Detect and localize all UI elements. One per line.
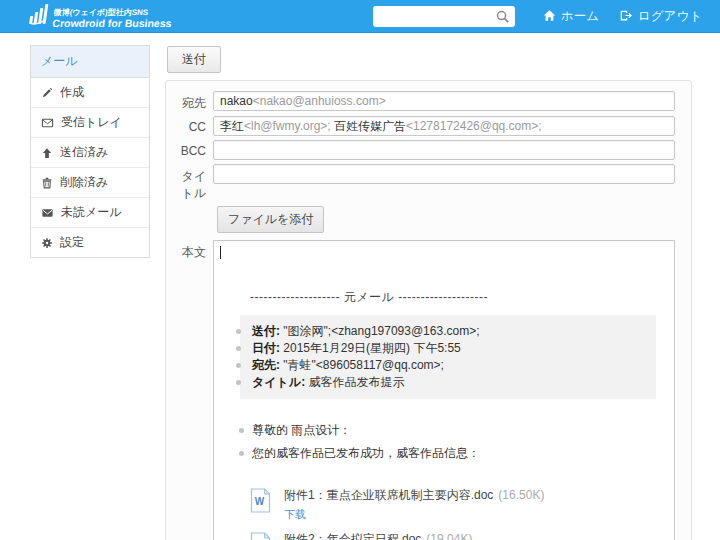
app-logo[interactable]: 微博(ウェイボ)型社内SNS Crowdroid for Business — [28, 3, 172, 29]
search-box — [373, 6, 515, 27]
quoted-header-line: 送付: "图涂网";<zhang197093@163.com>; — [252, 323, 644, 340]
recipient-name: nakao — [220, 94, 253, 108]
logout-icon — [619, 9, 633, 25]
recipient-name: 百姓传媒广告 — [334, 119, 406, 133]
to-row: 宛先 nakao<nakao@anhuioss.com> — [170, 91, 675, 112]
sidebar-item-label: 受信トレイ — [61, 114, 122, 131]
text-caret — [220, 246, 221, 259]
quoted-header-line: タイトル: 威客作品发布提示 — [252, 374, 644, 391]
quoted-field-label: 宛先: — [252, 358, 280, 372]
top-nav: ホーム ログアウト — [543, 0, 702, 33]
quoted-field-value: 威客作品发布提示 — [305, 375, 404, 389]
sidebar-item-sent[interactable]: 送信済み — [31, 138, 149, 168]
bcc-label: BCC — [170, 140, 206, 160]
quoted-field-label: 送付: — [252, 324, 280, 338]
sidebar-item-label: 作成 — [60, 84, 84, 101]
arrow-up-icon — [41, 147, 53, 159]
pencil-icon — [41, 87, 53, 99]
sidebar-item-trash[interactable]: 削除済み — [31, 168, 149, 198]
logo-bars-icon — [28, 3, 50, 29]
sidebar-item-label: 送信済み — [60, 144, 108, 161]
nav-home-link[interactable]: ホーム — [543, 8, 599, 25]
attachment-size: (19.04K) — [426, 532, 472, 540]
recipient-address: <nakao@anhuioss.com> — [253, 94, 386, 108]
svg-text:W: W — [255, 496, 265, 507]
attach-row: ファイルを添付 — [217, 206, 675, 233]
quoted-header-line: 日付: 2015年1月29日(星期四) 下午5:55 — [252, 340, 644, 357]
compose-form: 宛先 nakao<nakao@anhuioss.com> CC 李红<lh@fw… — [165, 80, 692, 540]
nav-logout-link[interactable]: ログアウト — [619, 8, 702, 25]
recipient-name: 李红 — [220, 119, 244, 133]
greeting-line: 尊敬的 雨点设计： — [252, 422, 656, 439]
quoted-field-value: "图涂网";<zhang197093@163.com>; — [280, 324, 479, 338]
quoted-header-line: 宛先: "青蛙"<896058117@qq.com>; — [252, 357, 644, 374]
body-row: 本文 -------------------- 元メール -----------… — [170, 240, 675, 540]
attachment-info: 附件1：重点企业联席机制主要内容.doc(16.50K) 下载 — [284, 487, 544, 522]
body-textarea[interactable]: -------------------- 元メール --------------… — [213, 240, 675, 540]
attachment-name: 附件2：年会拟定日程.doc — [284, 532, 421, 540]
title-label: タイトル — [170, 164, 206, 202]
sidebar-item-unread[interactable]: 未読メール — [31, 198, 149, 228]
original-mail-separator: -------------------- 元メール --------------… — [250, 289, 674, 306]
greeting-line: 您的威客作品已发布成功，威客作品信息： — [252, 445, 656, 462]
gear-icon — [41, 237, 53, 249]
attachment-item: W 附件2：年会拟定日程.doc(19.04K) 下载 — [250, 531, 674, 540]
search-input[interactable] — [373, 6, 515, 27]
home-icon — [543, 9, 556, 25]
to-input[interactable]: nakao<nakao@anhuioss.com> — [213, 91, 675, 111]
cc-label: CC — [170, 116, 206, 136]
title-row: タイトル — [170, 164, 675, 202]
sidebar-item-inbox[interactable]: 受信トレイ — [31, 108, 149, 138]
to-label: 宛先 — [170, 91, 206, 112]
attach-file-button[interactable]: ファイルを添付 — [217, 206, 324, 233]
mail-sidebar: メール 作成 受信トレイ 送信済み 削除済み — [30, 45, 150, 258]
sidebar-item-compose[interactable]: 作成 — [31, 78, 149, 108]
top-bar: 微博(ウェイボ)型社内SNS Crowdroid for Business — [0, 0, 720, 33]
sidebar-item-label: 未読メール — [61, 204, 122, 221]
sidebar-item-label: 削除済み — [60, 174, 108, 191]
unread-mail-icon — [41, 207, 54, 219]
recipient-address: <lh@fwmy.org>; — [244, 119, 334, 133]
bcc-input[interactable] — [213, 140, 675, 160]
search-icon[interactable] — [495, 9, 510, 28]
logo-subtitle: 微博(ウェイボ)型社内SNS — [53, 8, 173, 17]
quoted-field-value: 2015年1月29日(星期四) 下午5:55 — [280, 341, 461, 355]
bcc-row: BCC — [170, 140, 675, 160]
send-button[interactable]: 送付 — [167, 46, 221, 73]
compose-area: 送付 宛先 nakao<nakao@anhuioss.com> CC 李红<lh… — [165, 45, 692, 540]
attachment-size: (16.50K) — [498, 488, 544, 502]
cc-input[interactable]: 李红<lh@fwmy.org>; 百姓传媒广告<1278172426@qq.co… — [213, 116, 675, 136]
mail-compose-page: 微博(ウェイボ)型社内SNS Crowdroid for Business — [0, 0, 720, 540]
attachment-item: W 附件1：重点企业联席机制主要内容.doc(16.50K) 下载 — [250, 487, 674, 522]
doc-file-icon: W — [250, 532, 271, 540]
attachment-list: W 附件1：重点企业联席机制主要内容.doc(16.50K) 下载 W — [250, 487, 674, 540]
logo-text: 微博(ウェイボ)型社内SNS Crowdroid for Business — [52, 8, 173, 29]
body-label: 本文 — [170, 240, 206, 540]
attachment-name: 附件1：重点企业联席机制主要内容.doc — [284, 488, 493, 502]
doc-file-icon: W — [250, 488, 271, 516]
quoted-field-label: 日付: — [252, 341, 280, 355]
sidebar-item-settings[interactable]: 設定 — [31, 228, 149, 257]
quoted-field-label: タイトル: — [252, 375, 305, 389]
nav-logout-label: ログアウト — [638, 8, 702, 25]
trash-icon — [41, 177, 53, 189]
attachment-info: 附件2：年会拟定日程.doc(19.04K) 下载 — [284, 531, 472, 540]
sidebar-item-label: 設定 — [60, 234, 84, 251]
sidebar-title: メール — [31, 46, 149, 78]
cc-row: CC 李红<lh@fwmy.org>; 百姓传媒广告<1278172426@qq… — [170, 116, 675, 136]
quoted-field-value: "青蛙"<896058117@qq.com>; — [280, 358, 444, 372]
logo-title: Crowdroid for Business — [52, 17, 172, 29]
download-link[interactable]: 下载 — [284, 507, 306, 522]
recipient-address: <1278172426@qq.com>; — [406, 119, 542, 133]
envelope-icon — [41, 117, 54, 129]
nav-home-label: ホーム — [561, 8, 599, 25]
title-input[interactable] — [213, 164, 675, 184]
quoted-header-block: 送付: "图涂网";<zhang197093@163.com>; 日付: 201… — [240, 315, 656, 399]
greeting-block: 尊敬的 雨点设计： 您的威客作品已发布成功，威客作品信息： — [252, 422, 656, 462]
